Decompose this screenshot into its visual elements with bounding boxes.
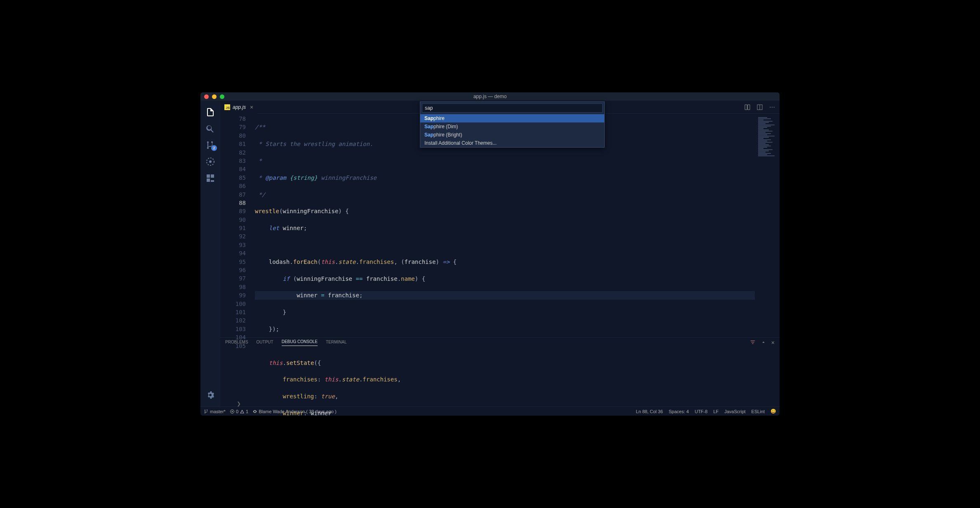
panel-chevron-up-icon[interactable] bbox=[761, 339, 766, 345]
activity-explorer[interactable] bbox=[200, 104, 220, 120]
line-number: 94 bbox=[220, 249, 246, 257]
activity-search[interactable] bbox=[200, 120, 220, 137]
tab-app-js[interactable]: JS app.js × bbox=[220, 101, 257, 114]
command-palette-list: SapphireSapphire (Dim)Sapphire (Bright)I… bbox=[420, 114, 604, 147]
files-icon bbox=[205, 107, 215, 117]
scm-badge: 2 bbox=[211, 145, 217, 151]
line-number: 103 bbox=[220, 325, 246, 333]
tab-close-button[interactable]: × bbox=[250, 104, 253, 111]
error-icon bbox=[230, 409, 235, 414]
split-diff-icon[interactable] bbox=[744, 104, 751, 111]
branch-icon bbox=[204, 409, 209, 414]
js-file-icon: JS bbox=[224, 104, 230, 110]
line-gutter: 7879808182838485868788899091929394959697… bbox=[220, 114, 255, 337]
line-number: 98 bbox=[220, 283, 246, 291]
line-number: 87 bbox=[220, 190, 246, 199]
tab-label: app.js bbox=[233, 104, 246, 110]
line-number: 100 bbox=[220, 300, 246, 308]
line-number: 93 bbox=[220, 241, 246, 249]
line-number: 92 bbox=[220, 232, 246, 240]
titlebar: app.js — demo bbox=[200, 92, 780, 101]
palette-item[interactable]: Sapphire (Dim) bbox=[420, 122, 604, 131]
minimap[interactable] bbox=[755, 114, 780, 337]
close-window-button[interactable] bbox=[204, 94, 209, 99]
status-branch[interactable]: master* bbox=[204, 409, 226, 414]
line-number: 85 bbox=[220, 174, 246, 182]
line-number: 78 bbox=[220, 115, 246, 123]
line-number: 84 bbox=[220, 165, 246, 173]
svg-point-1 bbox=[209, 160, 212, 163]
line-number: 96 bbox=[220, 266, 246, 274]
command-palette: SapphireSapphire (Dim)Sapphire (Bright)I… bbox=[420, 101, 605, 148]
line-number: 102 bbox=[220, 316, 246, 325]
line-number: 91 bbox=[220, 224, 246, 232]
svg-point-5 bbox=[772, 107, 773, 108]
line-number: 99 bbox=[220, 291, 246, 299]
panel-close-icon[interactable]: × bbox=[771, 339, 775, 346]
mac-traffic-lights bbox=[200, 94, 224, 99]
svg-point-6 bbox=[774, 107, 775, 108]
line-number: 80 bbox=[220, 132, 246, 140]
line-number: 81 bbox=[220, 140, 246, 148]
palette-item[interactable]: Sapphire bbox=[420, 114, 604, 122]
line-number: 82 bbox=[220, 148, 246, 157]
more-icon[interactable] bbox=[769, 104, 775, 111]
palette-item[interactable]: Sapphire (Bright) bbox=[420, 131, 604, 139]
line-number: 83 bbox=[220, 157, 246, 165]
command-palette-input[interactable] bbox=[422, 103, 603, 113]
activity-debug[interactable] bbox=[200, 153, 220, 170]
editor-window: app.js — demo 2 bbox=[200, 92, 780, 416]
activity-extensions[interactable] bbox=[200, 170, 220, 186]
activity-settings[interactable] bbox=[200, 387, 220, 403]
status-feedback[interactable]: 😀 bbox=[770, 409, 776, 414]
activity-scm[interactable]: 2 bbox=[200, 137, 220, 153]
line-number: 105 bbox=[220, 342, 246, 350]
line-number: 101 bbox=[220, 308, 246, 316]
search-icon bbox=[205, 124, 215, 134]
line-number: 90 bbox=[220, 216, 246, 224]
activity-bar: 2 bbox=[200, 101, 220, 407]
gear-icon bbox=[205, 390, 215, 400]
debug-icon bbox=[205, 157, 215, 167]
editor-actions bbox=[744, 104, 780, 111]
line-number: 79 bbox=[220, 123, 246, 131]
line-number: 104 bbox=[220, 333, 246, 341]
line-number: 88 bbox=[220, 199, 246, 207]
line-number: 86 bbox=[220, 182, 246, 190]
extensions-icon bbox=[205, 173, 215, 183]
line-number: 97 bbox=[220, 274, 246, 282]
warning-icon bbox=[240, 409, 245, 414]
window-title: app.js — demo bbox=[474, 94, 507, 99]
split-editor-icon[interactable] bbox=[756, 104, 763, 111]
maximize-window-button[interactable] bbox=[220, 94, 224, 99]
svg-point-4 bbox=[770, 107, 770, 108]
line-number: 89 bbox=[220, 207, 246, 215]
minimize-window-button[interactable] bbox=[212, 94, 217, 99]
status-problems[interactable]: 0 1 bbox=[230, 409, 248, 414]
palette-item[interactable]: Install Additional Color Themes... bbox=[420, 139, 604, 147]
line-number: 95 bbox=[220, 258, 246, 266]
